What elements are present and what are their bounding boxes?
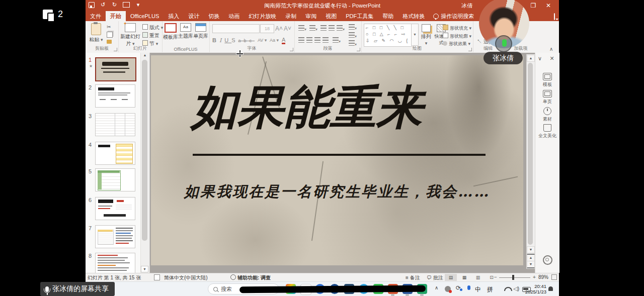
tell-me-search[interactable]: 操作说明搜索 [429, 11, 478, 21]
tab-help[interactable]: 帮助 [378, 11, 398, 21]
comments-button[interactable]: 🗩 批注 [427, 274, 443, 281]
tray-app-icon[interactable] [445, 286, 451, 292]
accessibility-status[interactable]: 辅助功能: 调查 [237, 274, 271, 281]
reset-button[interactable]: 重置 [142, 32, 159, 39]
paragraph-dialog-launcher[interactable] [357, 48, 360, 51]
zoom-in-icon[interactable]: + [533, 274, 536, 280]
change-case-button[interactable]: Aa ▾ [270, 38, 279, 43]
shrink-font-icon[interactable]: A˅ [284, 25, 291, 32]
font-color-button[interactable]: A [282, 37, 285, 44]
sidebar-item-material[interactable]: 素材 [535, 107, 559, 123]
format-painter-icon[interactable] [107, 40, 112, 44]
ime-language-indicator[interactable]: 中 [475, 285, 481, 294]
tab-insert[interactable]: 插入 [164, 11, 184, 21]
grow-font-icon[interactable]: A˄ [275, 25, 283, 32]
font-size-combo[interactable]: 18 [260, 24, 274, 33]
align-left-icon[interactable] [298, 37, 304, 44]
slide-thumbnail-5[interactable] [95, 168, 135, 191]
tray-clock[interactable]: 20:41 2025/1/23 [525, 283, 546, 294]
sidebar-item-beautify[interactable]: 全文美化 [535, 124, 559, 139]
tab-review[interactable]: 审阅 [301, 11, 321, 21]
close-button[interactable]: ✕ [541, 0, 556, 11]
arrange-button[interactable]: 排列 ▾ [420, 24, 433, 46]
thumbnail-panel-bottom-icon[interactable]: ▼ [141, 266, 148, 272]
display-settings-icon[interactable] [154, 274, 160, 280]
slide-thumbnail-1[interactable] [95, 57, 136, 81]
maximize-button[interactable]: ❐ [526, 0, 541, 11]
ime-mode-indicator[interactable]: 拼 [487, 285, 493, 294]
normal-view-button[interactable]: ▤ [445, 274, 457, 281]
notification-bell-icon[interactable] [548, 286, 553, 291]
justify-icon[interactable] [323, 37, 329, 44]
increase-indent-icon[interactable] [329, 25, 335, 32]
slide-subtitle[interactable]: 如果我现在是一名研究生毕业生，我会…… [151, 182, 523, 202]
decrease-indent-icon[interactable] [320, 25, 327, 32]
slide-sorter-view-button[interactable]: ▦ [458, 274, 470, 281]
line-spacing-button[interactable]: ▾ [337, 25, 345, 32]
feedback-chat-icon[interactable] [554, 14, 555, 20]
tab-transitions[interactable]: 切换 [204, 11, 224, 21]
collapse-ribbon-icon[interactable]: ∧ [549, 46, 553, 52]
italic-button[interactable]: I [219, 37, 224, 44]
slide-thumbnail-3[interactable] [95, 113, 135, 136]
shape-outline-button[interactable]: 形状轮廓 ▾ [443, 33, 471, 40]
tab-pdf-tools[interactable]: PDF工具集 [341, 11, 378, 21]
slide-canvas[interactable]: 如果能重来 如果我现在是一名研究生毕业生，我会…… [151, 55, 523, 265]
align-center-icon[interactable] [306, 37, 312, 44]
reading-view-button[interactable]: ▥ [472, 274, 484, 281]
fit-to-window-icon[interactable] [551, 274, 557, 280]
align-right-icon[interactable] [314, 37, 320, 44]
slide-scrollbar-thumb[interactable] [528, 63, 533, 245]
template-library-button[interactable]: 模板库 [163, 23, 178, 41]
notes-button[interactable]: ≡ 备注 [406, 274, 420, 281]
tray-mic-icon[interactable] [467, 285, 470, 290]
sidebar-item-template[interactable]: 模板 [535, 73, 559, 88]
tab-home[interactable]: 开始 [106, 11, 126, 21]
layout-button[interactable]: 版式 ▾ [142, 24, 163, 31]
columns-button[interactable]: ▾ [333, 37, 341, 44]
slide-thumbnail-8[interactable] [95, 253, 135, 273]
copy-icon[interactable] [107, 32, 113, 38]
shapes-gallery[interactable]: ⌐ □ □ ╲ ╲ □○ □ △ ⌐ ⌐ ⇨⇩ ▱ ✎ ◠ ◡ { [364, 24, 414, 47]
tab-slideshow[interactable]: 幻灯片放映 [244, 11, 281, 21]
zoom-out-icon[interactable]: − [494, 274, 497, 280]
sidebar-settings-button[interactable] [535, 255, 559, 265]
previous-slide-button[interactable]: ▲ [527, 254, 535, 261]
scroll-down-icon[interactable]: ▼ [527, 246, 535, 253]
theme-library-button[interactable]: Aa 主题库 [178, 23, 193, 40]
zoom-slider-thumb[interactable] [512, 275, 514, 280]
zoom-level[interactable]: 89% [538, 274, 548, 280]
strikethrough-button[interactable]: abc [238, 38, 255, 43]
next-slide-button[interactable]: ▼ [527, 261, 535, 268]
wifi-icon[interactable] [504, 287, 512, 291]
drawing-dialog-launcher[interactable] [468, 48, 472, 51]
slide-thumbnail-6[interactable] [95, 197, 135, 220]
slide-thumbnail-7[interactable] [95, 225, 135, 248]
underline-button[interactable]: U [224, 37, 231, 43]
bold-button[interactable]: B [212, 37, 219, 43]
new-slide-button[interactable]: ✦ 新建幻灯片 ▾ [120, 23, 140, 47]
paste-button[interactable]: 粘贴 ▾ [89, 23, 104, 43]
sidebar-close-icon[interactable]: ✕ [544, 55, 559, 62]
cut-icon[interactable]: ✂ [107, 24, 111, 30]
thumbnail-scroll-up-icon[interactable]: ▲ [141, 53, 148, 58]
shapes-gallery-more-icon[interactable]: ▼ [411, 24, 419, 46]
page-library-button[interactable]: 单页库 [193, 23, 208, 40]
zoom-slider[interactable] [499, 277, 530, 278]
text-shadow-button[interactable]: S [231, 37, 238, 43]
volume-icon[interactable]: ◁) [513, 285, 519, 292]
tab-record[interactable]: 录制 [281, 11, 301, 21]
font-name-combo[interactable] [212, 24, 260, 33]
slide-thumbnail-4[interactable] [95, 142, 135, 165]
account-name[interactable]: 冰倩 [461, 0, 472, 11]
language-status[interactable]: 简体中文(中国大陆) [164, 274, 208, 281]
shape-fill-button[interactable]: 形状填充 ▾ [443, 25, 471, 32]
numbering-button[interactable]: ▾ [309, 25, 317, 32]
slide-thumbnail-2[interactable] [95, 84, 135, 108]
align-text-button[interactable]: ▾ [349, 32, 357, 39]
slide-title[interactable]: 如果能重来 [191, 79, 485, 135]
sync-icon[interactable]: ⟳ [456, 284, 461, 291]
char-spacing-button[interactable]: AV ▾ [258, 38, 267, 43]
sidebar-item-page[interactable]: 单页 [535, 90, 559, 105]
thumbnail-scrollbar-thumb[interactable] [142, 60, 147, 241]
